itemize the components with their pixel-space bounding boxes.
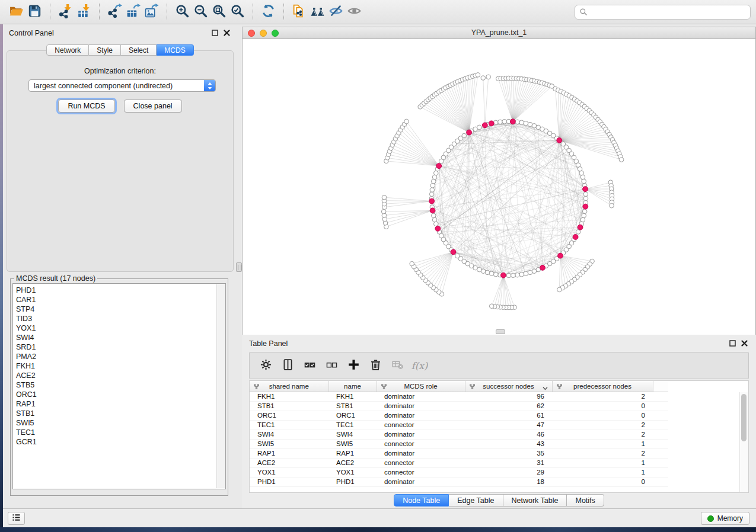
tab-network[interactable]: Network (46, 44, 89, 56)
mcds-result-item[interactable]: ORC1 (16, 390, 225, 399)
cell-shared-name[interactable]: SWI5 (250, 439, 328, 448)
zoom-out-button[interactable] (192, 3, 210, 21)
cell-name[interactable]: FKH1 (328, 392, 377, 401)
network-node[interactable] (502, 119, 507, 124)
network-node[interactable] (432, 175, 437, 180)
cell-successor-nodes[interactable]: 62 (465, 401, 552, 411)
cell-mcds-role[interactable]: dominator (377, 448, 465, 458)
zoom-in-button[interactable] (173, 3, 192, 21)
network-hub-node[interactable] (482, 123, 487, 128)
network-leaf-node[interactable] (486, 75, 491, 79)
table-row[interactable]: TEC1TEC1connector472 (250, 420, 668, 430)
network-node[interactable] (519, 120, 524, 125)
network-node[interactable] (485, 270, 490, 275)
tab-node-table[interactable]: Node Table (394, 494, 449, 507)
mcds-result-item[interactable]: SWI5 (16, 418, 225, 428)
cell-name[interactable]: ACE2 (328, 458, 377, 467)
open-button[interactable] (7, 3, 25, 21)
search-input[interactable] (588, 6, 750, 18)
cell-predecessor-nodes[interactable]: 1 (552, 439, 653, 448)
network-leaf-node[interactable] (610, 203, 614, 208)
table-row[interactable]: SWI5SWI5connector431 (250, 439, 668, 448)
cell-predecessor-nodes[interactable]: 2 (552, 430, 653, 439)
network-node[interactable] (433, 222, 438, 226)
cell-successor-nodes[interactable]: 96 (465, 392, 552, 401)
function-builder-button[interactable]: f(x) (409, 356, 430, 375)
network-search-box[interactable] (575, 5, 751, 20)
network-hub-node[interactable] (573, 235, 578, 240)
save-button[interactable] (25, 3, 44, 21)
network-node[interactable] (576, 230, 580, 235)
mcds-list-scrollbar[interactable] (216, 284, 225, 488)
import-table-button[interactable] (75, 3, 93, 21)
cell-predecessor-nodes[interactable]: 0 (552, 477, 653, 486)
network-leaf-node[interactable] (404, 119, 409, 124)
column-header-name[interactable]: name (328, 381, 377, 392)
cell-successor-nodes[interactable]: 18 (465, 477, 552, 486)
select-all-button[interactable] (299, 356, 321, 375)
network-node[interactable] (431, 213, 436, 218)
mcds-result-item[interactable]: SRD1 (16, 342, 225, 352)
network-leaf-node[interactable] (481, 76, 486, 81)
export-table-button[interactable] (124, 3, 142, 21)
vertical-splitter-handle[interactable] (236, 262, 242, 272)
close-panel-button[interactable] (224, 30, 230, 36)
mcds-result-item[interactable]: PHD1 (16, 286, 225, 295)
network-node[interactable] (430, 188, 435, 193)
cell-successor-nodes[interactable]: 47 (465, 420, 552, 430)
cell-name[interactable]: RAP1 (328, 448, 377, 458)
network-hub-node[interactable] (435, 226, 441, 231)
network-hub-node[interactable] (451, 249, 456, 255)
network-node[interactable] (432, 217, 437, 222)
column-header-mcds-role[interactable]: MCDS role (377, 381, 465, 392)
network-node[interactable] (524, 271, 528, 276)
close-panel-action-button[interactable]: Close panel (124, 100, 182, 113)
cell-name[interactable]: SWI5 (328, 439, 377, 448)
table-row[interactable]: FKH1FKH1dominator962 (250, 392, 668, 401)
mcds-result-item[interactable]: TEC1 (16, 428, 225, 437)
cell-shared-name[interactable]: STB1 (250, 401, 328, 411)
tab-network-table[interactable]: Network Table (503, 494, 567, 507)
network-node[interactable] (430, 183, 435, 188)
network-node[interactable] (493, 272, 498, 277)
network-leaf-node[interactable] (489, 304, 494, 309)
close-table-panel-button[interactable] (741, 340, 748, 347)
network-leaf-node[interactable] (410, 261, 414, 266)
network-node[interactable] (455, 254, 460, 258)
search-network-button[interactable] (308, 3, 327, 21)
network-node[interactable] (519, 272, 524, 277)
cell-successor-nodes[interactable]: 61 (465, 411, 552, 420)
mcds-result-item[interactable]: RAP1 (16, 399, 225, 409)
table-row[interactable]: STB1STB1dominator620 (250, 401, 668, 411)
network-leaf-node[interactable] (476, 73, 480, 78)
column-header-successor-nodes[interactable]: successor nodes (465, 381, 552, 392)
cell-successor-nodes[interactable]: 29 (465, 467, 552, 477)
cell-successor-nodes[interactable]: 31 (465, 458, 552, 467)
delete-row-button[interactable] (365, 356, 387, 375)
cell-name[interactable]: PHD1 (328, 477, 377, 486)
network-hub-node[interactable] (578, 225, 583, 230)
network-leaf-node[interactable] (382, 195, 387, 200)
network-window-titlebar[interactable]: YPA_prune.txt_1 (242, 27, 756, 39)
network-node[interactable] (582, 213, 586, 218)
cell-mcds-role[interactable]: dominator (377, 401, 465, 411)
run-mcds-button[interactable]: Run MCDS (58, 100, 114, 113)
cell-name[interactable]: TEC1 (328, 420, 377, 430)
mcds-result-item[interactable]: SWI4 (16, 333, 225, 342)
table-row[interactable]: PHD1PHD1dominator180 (250, 477, 668, 486)
network-hub-node[interactable] (436, 164, 442, 169)
cell-predecessor-nodes[interactable]: 0 (552, 401, 653, 411)
mcds-result-item[interactable]: YOX1 (16, 323, 225, 333)
network-hub-node[interactable] (583, 204, 588, 209)
network-hub-node[interactable] (540, 265, 546, 270)
zoom-fit-button[interactable] (210, 3, 228, 21)
cell-successor-nodes[interactable]: 35 (465, 448, 552, 458)
cell-shared-name[interactable]: ACE2 (250, 458, 328, 467)
cell-shared-name[interactable]: SWI4 (250, 430, 328, 439)
cell-mcds-role[interactable]: connector (377, 439, 465, 448)
horizontal-splitter-handle[interactable] (496, 329, 505, 334)
cell-mcds-role[interactable]: dominator (377, 477, 465, 486)
export-image-button[interactable] (142, 3, 161, 21)
network-hub-node[interactable] (510, 119, 515, 124)
network-node[interactable] (515, 120, 520, 124)
